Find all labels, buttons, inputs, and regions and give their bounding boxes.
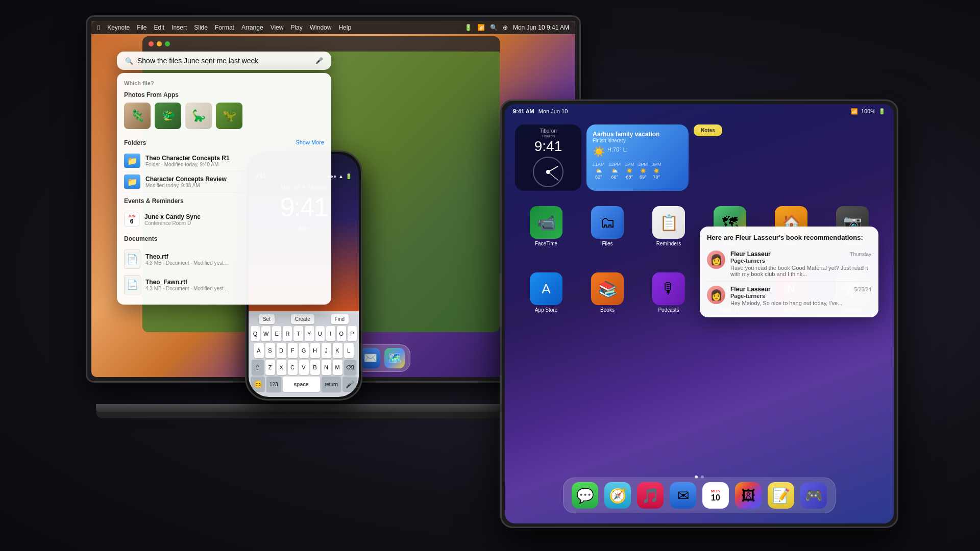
keyboard-create-btn[interactable]: Create [291, 314, 314, 324]
dock-mail[interactable]: ✉️ [360, 348, 380, 368]
key-s[interactable]: S [265, 343, 275, 358]
menu-play[interactable]: Play [290, 24, 302, 31]
close-button[interactable] [149, 41, 154, 46]
key-w[interactable]: W [261, 326, 271, 341]
key-numbers[interactable]: 123 [266, 377, 281, 392]
key-v[interactable]: V [299, 360, 309, 375]
menu-format[interactable]: Format [215, 24, 234, 31]
app-books[interactable]: 📚 Books [581, 272, 633, 313]
key-q[interactable]: Q [251, 326, 260, 341]
photo-thumb-4[interactable]: 🦖 [216, 103, 242, 129]
key-return[interactable]: return [322, 377, 341, 392]
key-f[interactable]: F [288, 343, 298, 358]
keyboard-find-btn[interactable]: Find [331, 314, 349, 324]
minimize-button[interactable] [157, 41, 162, 46]
key-backspace[interactable]: ⌫ [344, 360, 356, 375]
menu-keynote[interactable]: Keynote [107, 24, 130, 31]
ipad-dock-messages[interactable]: 💬 [572, 482, 598, 509]
ipad-weather-widget[interactable]: Aarhus family vacation Finish itinerary … [586, 124, 689, 191]
key-r[interactable]: R [283, 326, 292, 341]
key-k[interactable]: K [333, 343, 342, 358]
key-l[interactable]: L [344, 343, 354, 358]
folder-meta-1: Folder · Modified today, 9:40 AM [145, 162, 324, 167]
photo-thumb-3[interactable]: 🦕 [185, 103, 212, 129]
key-z[interactable]: Z [265, 360, 275, 375]
app-files[interactable]: 🗂 Files [581, 206, 633, 246]
notes-ai-content-1: Fleur Lasseur Thursday Page-turners Have… [730, 251, 871, 277]
key-u[interactable]: U [315, 326, 325, 341]
ipad-dock-calendar[interactable]: MON 10 [702, 482, 729, 509]
key-y[interactable]: Y [305, 326, 314, 341]
podcasts-icon: 🎙 [652, 272, 685, 305]
key-p[interactable]: P [348, 326, 357, 341]
podcasts-label: Podcasts [658, 307, 679, 313]
app-appstore[interactable]: A App Store [520, 272, 572, 313]
menu-insert[interactable]: Insert [172, 24, 187, 31]
event-item-1[interactable]: JUN 6 June x Candy Sync Conference Room … [124, 209, 324, 230]
key-e[interactable]: E [272, 326, 281, 341]
folder-item-1[interactable]: 📁 Theo Character Concepts R1 Folder · Mo… [124, 151, 324, 171]
doc-item-2[interactable]: 📄 Theo_Fawn.rtf 4.3 MB · Document · Modi… [124, 272, 324, 297]
ipad-clock-widget[interactable]: Tiburon Tiburon 9:41 [515, 124, 581, 191]
menu-arrange[interactable]: Arrange [241, 24, 263, 31]
ipad-dock-music[interactable]: 🎵 [637, 482, 664, 509]
key-t[interactable]: T [293, 326, 303, 341]
menu-slide[interactable]: Slide [194, 24, 208, 31]
menu-file[interactable]: File [137, 24, 146, 31]
folders-section-header: Folders Show More [124, 134, 324, 151]
notes-ai-preview-2: Hey Melody, So nice to hang out today, I… [730, 300, 871, 306]
key-o[interactable]: O [337, 326, 346, 341]
key-shift[interactable]: ⇧ [252, 360, 264, 375]
menu-edit[interactable]: Edit [154, 24, 165, 31]
key-n[interactable]: N [322, 360, 331, 375]
weather-temp-row: ☀️ H:70° L: [593, 145, 682, 158]
key-i[interactable]: I [326, 326, 335, 341]
search-menubar-icon[interactable]: 🔍 [490, 24, 498, 31]
ipad-dock-photos[interactable]: 🖼 [735, 482, 762, 509]
app-podcasts[interactable]: 🎙 Podcasts [643, 272, 695, 313]
keyboard-set-btn[interactable]: Set [259, 314, 275, 324]
menu-view[interactable]: View [271, 24, 284, 31]
menu-window[interactable]: Window [310, 24, 332, 31]
show-more-button[interactable]: Show More [296, 139, 324, 145]
ipad-dock-mail[interactable]: ✉ [670, 482, 696, 509]
folder-item-2[interactable]: 📁 Character Concepts Review Modified tod… [124, 171, 324, 192]
ipad-dock-gamecontroller[interactable]: 🎮 [800, 482, 827, 509]
menu-help[interactable]: Help [338, 24, 351, 31]
doc-name-1: Theo.rtf [145, 253, 228, 260]
dock-maps[interactable]: 🗺️ [384, 348, 405, 368]
control-center-icon[interactable]: ⊕ [503, 24, 508, 31]
key-g[interactable]: G [299, 343, 309, 358]
key-j[interactable]: J [322, 343, 331, 358]
doc-item-1[interactable]: 📄 Theo.rtf 4.3 MB · Document · Modified … [124, 246, 324, 272]
files-label: Files [602, 241, 612, 246]
key-h[interactable]: H [310, 343, 320, 358]
notes-ai-date-1: Thursday [850, 252, 871, 257]
app-facetime[interactable]: 📹 FaceTime [520, 206, 572, 246]
mac-menubar:  Keynote File Edit Insert Slide Format … [91, 21, 575, 34]
key-d[interactable]: D [277, 343, 286, 358]
photo-thumb-2[interactable]: 🐲 [155, 103, 181, 129]
notes-ai-item-1[interactable]: 👩 Fleur Lasseur Thursday Page-turners Ha… [707, 246, 871, 282]
ipad-dock-notes[interactable]: 📝 [768, 482, 794, 509]
spotlight-input-box[interactable]: 🔍 Show the files June sent me last week … [117, 52, 331, 70]
ipad-statusbar: 9:41 AM Mon Jun 10 📶 100% 🔋 [505, 104, 894, 118]
keyboard-row-1: Q W E R T Y U I O P [251, 326, 357, 341]
maximize-button[interactable] [165, 41, 170, 46]
notes-widget-label: Notes [701, 128, 715, 133]
key-b[interactable]: B [310, 360, 320, 375]
notes-ai-item-2[interactable]: 👩 Fleur Lasseur 5/25/24 Page-turners Hey… [707, 282, 871, 310]
photo-thumb-1[interactable]: 🦎 [124, 103, 151, 129]
key-mic[interactable]: 🎤 [342, 377, 357, 392]
key-space[interactable]: space [283, 377, 320, 392]
key-x[interactable]: X [277, 360, 286, 375]
key-a[interactable]: A [254, 343, 264, 358]
key-c[interactable]: C [288, 360, 298, 375]
app-reminders[interactable]: 📋 Reminders [643, 206, 695, 246]
notes-widget-button[interactable]: Notes [694, 124, 722, 136]
spotlight-mic-icon[interactable]: 🎤 [315, 57, 323, 64]
key-emoji[interactable]: 😊 [251, 377, 265, 392]
ipad-dock-safari[interactable]: 🧭 [604, 482, 631, 509]
notes-ai-header-row-2: Fleur Lasseur 5/25/24 [730, 286, 871, 293]
key-m[interactable]: M [333, 360, 342, 375]
